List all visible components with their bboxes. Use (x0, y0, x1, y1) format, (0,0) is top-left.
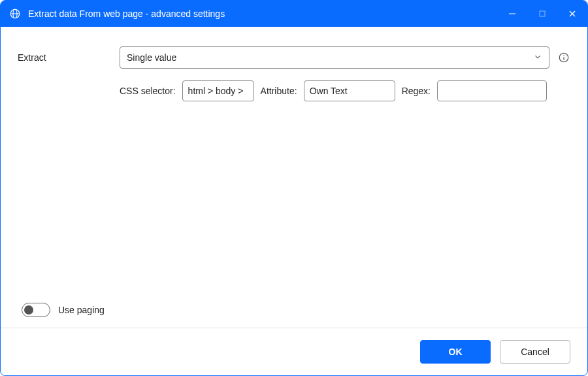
titlebar: Extract data From web page - advanced se… (1, 1, 587, 27)
use-paging-toggle[interactable] (22, 303, 50, 317)
extract-label: Extract (18, 52, 120, 63)
ok-button[interactable]: OK (420, 340, 491, 364)
cancel-button-label: Cancel (521, 347, 549, 357)
cancel-button[interactable]: Cancel (500, 340, 570, 364)
minimize-button[interactable] (497, 1, 527, 27)
regex-input[interactable] (437, 80, 547, 101)
window-title: Extract data From web page - advanced se… (28, 9, 497, 19)
dialog-content: Extract Single value CSS selector: (1, 27, 587, 328)
attribute-value: Own Text (310, 86, 348, 96)
use-paging-row: Use paging (18, 303, 570, 317)
params-row: CSS selector: html > body > Attribute: O… (18, 80, 570, 101)
info-icon[interactable] (557, 51, 570, 64)
svg-point-9 (563, 55, 564, 56)
attribute-input[interactable]: Own Text (304, 80, 395, 101)
attribute-label: Attribute: (261, 86, 297, 96)
close-button[interactable] (557, 1, 587, 27)
extract-dropdown-value: Single value (127, 52, 533, 63)
use-paging-label: Use paging (58, 305, 105, 315)
globe-icon (8, 7, 22, 20)
css-selector-input[interactable]: html > body > (182, 80, 254, 101)
toggle-knob (24, 305, 33, 315)
dialog-window: Extract data From web page - advanced se… (0, 0, 588, 376)
chevron-down-icon (533, 52, 542, 63)
css-selector-label: CSS selector: (120, 86, 176, 96)
maximize-button[interactable] (527, 1, 557, 27)
svg-rect-4 (540, 11, 545, 16)
params-group: CSS selector: html > body > Attribute: O… (120, 80, 547, 101)
regex-label: Regex: (402, 86, 431, 96)
ok-button-label: OK (449, 347, 463, 357)
dialog-footer: OK Cancel (1, 328, 587, 375)
extract-row: Extract Single value (18, 46, 570, 69)
extract-dropdown[interactable]: Single value (120, 46, 549, 69)
css-selector-value: html > body > (188, 86, 244, 96)
window-controls (497, 1, 587, 27)
content-spacer (18, 113, 570, 303)
